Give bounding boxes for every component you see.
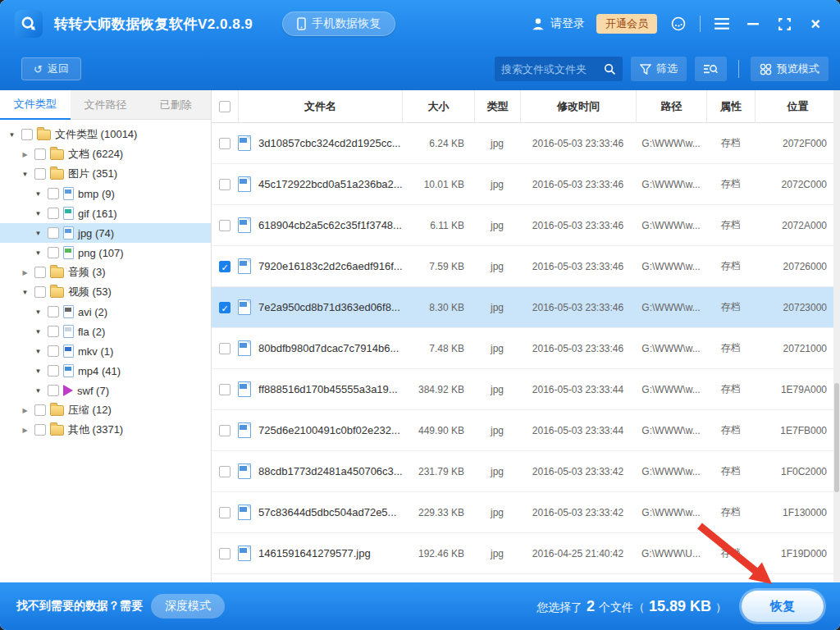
recover-button[interactable]: 恢复: [742, 591, 824, 622]
expand-arrow-icon[interactable]: ▼: [33, 368, 43, 375]
search-input[interactable]: [501, 63, 604, 75]
tree-checkbox[interactable]: [48, 306, 59, 317]
filter-button[interactable]: 筛选: [631, 57, 687, 81]
tree-item[interactable]: ▼ 文件类型 (10014): [0, 125, 211, 144]
expand-arrow-icon[interactable]: ▶: [20, 269, 30, 276]
tree-checkbox[interactable]: [48, 365, 59, 377]
table-row[interactable]: 88cdb1773d2481a450706c3... 231.79 KB jpg…: [212, 451, 840, 492]
tree-item[interactable]: ▼ fla (2): [0, 322, 211, 341]
tree-item[interactable]: ▼ 视频 (53): [0, 282, 211, 302]
tree-checkbox[interactable]: [48, 326, 59, 337]
deep-mode-button[interactable]: 深度模式: [151, 594, 225, 619]
scrollbar-track[interactable]: [833, 90, 840, 582]
tree-item[interactable]: ▼ swf (7): [0, 381, 211, 400]
tree-checkbox[interactable]: [34, 267, 46, 278]
col-size[interactable]: 大小: [402, 90, 474, 123]
tab-deleted[interactable]: 已删除: [140, 90, 211, 120]
tree-item[interactable]: ▶ 其他 (3371): [0, 420, 211, 440]
search-icon[interactable]: [604, 63, 616, 75]
tree-item[interactable]: ▼ 图片 (351): [0, 164, 211, 184]
expand-arrow-icon[interactable]: ▶: [20, 407, 30, 414]
tree-checkbox[interactable]: [48, 208, 59, 219]
tree-checkbox[interactable]: [21, 129, 33, 140]
table-row[interactable]: 725d6e2100491c0bf02e232... 449.90 KB jpg…: [212, 410, 840, 451]
tree-item[interactable]: ▼ bmp (9): [0, 184, 211, 203]
tree-checkbox[interactable]: [48, 385, 59, 396]
tree-checkbox[interactable]: [48, 345, 59, 357]
tree-checkbox[interactable]: [34, 404, 46, 416]
col-type[interactable]: 类型: [474, 90, 520, 123]
file-mp4-icon: [63, 364, 74, 377]
row-checkbox[interactable]: [219, 384, 231, 395]
tree-checkbox[interactable]: [34, 286, 46, 298]
close-button[interactable]: ×: [806, 14, 825, 34]
row-checkbox[interactable]: [219, 425, 231, 436]
tree-checkbox[interactable]: [34, 168, 46, 180]
scrollbar-thumb[interactable]: [834, 383, 839, 492]
tree-checkbox[interactable]: [48, 188, 59, 199]
customer-service-icon[interactable]: [669, 14, 688, 34]
expand-arrow-icon[interactable]: ▶: [20, 151, 30, 158]
row-checkbox[interactable]: [219, 507, 231, 518]
expand-arrow-icon[interactable]: ▼: [33, 348, 43, 355]
tree-item[interactable]: ▶ 文档 (6224): [0, 144, 211, 164]
tree-checkbox[interactable]: [48, 247, 59, 258]
tree-checkbox[interactable]: [34, 424, 46, 436]
expand-arrow-icon[interactable]: ▼: [7, 131, 17, 139]
menu-button[interactable]: [712, 14, 732, 34]
expand-arrow-icon[interactable]: ▼: [20, 289, 30, 296]
tree-item[interactable]: ▶ 音频 (3): [0, 262, 211, 282]
select-all-checkbox[interactable]: [219, 101, 231, 112]
tree-checkbox[interactable]: [34, 148, 46, 160]
table-row[interactable]: ff888516d170b45555a3a19... 384.92 KB jpg…: [212, 369, 840, 410]
row-checkbox[interactable]: [219, 466, 231, 477]
row-checkbox[interactable]: [219, 343, 231, 354]
table-row[interactable]: 80bdfb980d7dcac7c7914b6... 7.48 KB jpg 2…: [212, 328, 840, 369]
vip-badge[interactable]: 开通会员: [596, 14, 657, 34]
col-filename[interactable]: 文件名: [238, 90, 402, 123]
row-checkbox[interactable]: [219, 261, 231, 272]
row-checkbox[interactable]: [219, 548, 231, 559]
tab-file-type[interactable]: 文件类型: [0, 90, 71, 120]
col-modified[interactable]: 修改时间: [520, 90, 636, 123]
expand-arrow-icon[interactable]: ▶: [20, 427, 30, 434]
table-row[interactable]: 7e2a950cd8b71d363ed06f8... 8.30 KB jpg 2…: [212, 287, 840, 328]
expand-arrow-icon[interactable]: ▼: [20, 171, 30, 178]
table-row[interactable]: 618904cb2a5c62c35f1f3748... 6.11 KB jpg …: [212, 205, 840, 246]
row-checkbox[interactable]: [219, 302, 231, 313]
tree-item[interactable]: ▼ png (107): [0, 243, 211, 262]
row-checkbox[interactable]: [219, 179, 231, 190]
tree-item[interactable]: ▼ mkv (1): [0, 341, 211, 361]
maximize-button[interactable]: [774, 14, 794, 34]
tree-item[interactable]: ▼ mp4 (41): [0, 361, 211, 381]
expand-arrow-icon[interactable]: ▼: [33, 387, 43, 395]
login-button[interactable]: 请登录: [531, 16, 585, 31]
minimize-button[interactable]: [743, 14, 763, 34]
col-attr[interactable]: 属性: [706, 90, 755, 123]
phone-recovery-button[interactable]: 手机数据恢复: [282, 11, 395, 36]
table-row[interactable]: 7920e16183c2d2c6aedf916f... 7.59 KB jpg …: [212, 246, 840, 287]
table-row[interactable]: 3d10857cbc324cd2d1925cc... 6.24 KB jpg 2…: [212, 123, 840, 164]
preview-mode-button[interactable]: 预览模式: [751, 57, 829, 81]
tree-item[interactable]: ▼ avi (2): [0, 302, 211, 322]
tree-item[interactable]: ▶ 压缩 (12): [0, 400, 211, 420]
expand-arrow-icon[interactable]: ▼: [33, 230, 43, 237]
col-location[interactable]: 位置: [755, 90, 840, 123]
tree-item[interactable]: ▼ gif (161): [0, 203, 211, 223]
expand-arrow-icon[interactable]: ▼: [33, 190, 43, 198]
table-row[interactable]: 57c83644d5dbc504ad72e5... 229.33 KB jpg …: [212, 492, 840, 533]
table-row[interactable]: 45c172922bcd0a51a236ba2... 10.01 KB jpg …: [212, 164, 840, 205]
expand-arrow-icon[interactable]: ▼: [33, 210, 43, 217]
search-results-button[interactable]: [695, 57, 727, 81]
expand-arrow-icon[interactable]: ▼: [33, 308, 43, 316]
table-row[interactable]: 1461591641279577.jpg 192.46 KB jpg 2016-…: [212, 533, 840, 574]
expand-arrow-icon[interactable]: ▼: [33, 328, 43, 336]
tree-checkbox[interactable]: [48, 227, 59, 239]
back-button[interactable]: ↺ 返回: [21, 57, 81, 80]
col-path[interactable]: 路径: [636, 90, 706, 123]
expand-arrow-icon[interactable]: ▼: [33, 249, 43, 257]
tab-file-path[interactable]: 文件路径: [71, 90, 141, 120]
row-checkbox[interactable]: [219, 138, 231, 149]
tree-item[interactable]: ▼ jpg (74): [0, 223, 211, 243]
row-checkbox[interactable]: [219, 220, 231, 231]
